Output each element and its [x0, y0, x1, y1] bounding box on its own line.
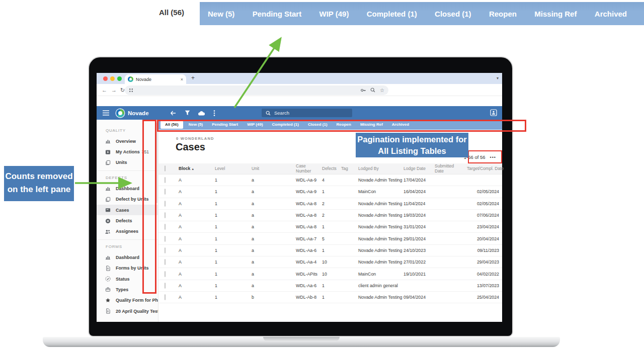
row-checkbox[interactable]	[165, 189, 166, 195]
column-header-level[interactable]: Level	[215, 166, 252, 171]
tab-strip-chevron-icon[interactable]: ▾	[497, 76, 499, 80]
table-row[interactable]: A1bWDL-Ab-81Novade Admin Testing09/04/20…	[158, 292, 502, 303]
bookmark-star-icon[interactable]: ☆	[380, 88, 384, 93]
cell-unit: a	[252, 178, 296, 183]
table-row[interactable]: A1aWDL-Aa-82Novade Admin Testing11/04/20…	[158, 198, 502, 210]
more-options-kebab-icon[interactable]	[213, 110, 215, 116]
table-row[interactable]: A1aWDL-Aa-75Novade Admin Testing29/01/20…	[158, 233, 502, 244]
row-checkbox[interactable]	[165, 271, 166, 277]
row-checkbox[interactable]	[165, 259, 166, 265]
browser-forward-icon[interactable]: →	[111, 86, 117, 94]
column-header-tag[interactable]: Tag	[341, 166, 358, 171]
zoom-icon[interactable]	[370, 88, 375, 93]
column-header-submitted-date[interactable]: Submitted Date	[435, 164, 467, 173]
cell-level: 1	[215, 201, 252, 206]
row-checkbox-cell	[164, 259, 179, 265]
row-checkbox[interactable]	[165, 236, 166, 242]
table-row[interactable]: A1aWDL-Aa-82Novade Admin Testing19/03/20…	[158, 210, 502, 221]
row-checkbox[interactable]	[165, 201, 166, 207]
password-key-icon[interactable]	[360, 88, 366, 93]
cell-target-compl-date: 13/07/2023	[467, 283, 502, 288]
filter-icon[interactable]	[185, 110, 190, 116]
novade-favicon-icon	[128, 76, 133, 82]
maximize-window-button[interactable]	[117, 76, 122, 81]
table-row[interactable]: A1aWDL-Aa-94Novade Admin Testing17/04/20…	[158, 174, 502, 186]
cell-level: 1	[215, 248, 252, 253]
select-all-checkbox-cell	[164, 166, 179, 171]
sort-ascending-icon: ▲	[191, 167, 194, 170]
column-header-unit[interactable]: Unit	[252, 166, 296, 171]
table-row[interactable]: A1aWDL-Aa-91MainCon16/04/202402/05/2024	[158, 186, 502, 198]
row-checkbox[interactable]	[165, 294, 166, 300]
cell-block: A	[179, 201, 215, 206]
row-checkbox-cell	[164, 224, 179, 229]
row-checkbox[interactable]	[165, 177, 166, 183]
banner-tab-missing-ref[interactable]: Missing Ref	[534, 10, 577, 18]
cell-block: A	[179, 248, 215, 253]
cell-block: A	[179, 236, 215, 241]
callout-counts: Counts removed on the left pane	[4, 166, 74, 201]
search-input[interactable]: Search	[262, 109, 352, 117]
sidebar-item-label: Units	[116, 160, 127, 165]
banner-tab-closed-1[interactable]: Closed (1)	[435, 10, 471, 18]
cell-lodge-date: 19/10/2021	[404, 272, 435, 277]
cell-unit: a	[252, 201, 296, 206]
cell-level: 1	[215, 272, 252, 277]
select-all-checkbox[interactable]	[165, 165, 166, 171]
close-window-button[interactable]	[103, 76, 108, 81]
table-row[interactable]: A1aWDL-Aa-61Novade Admin Testing24/10/20…	[158, 245, 502, 256]
table-row[interactable]: A1aWDL-Aa-61client admin general13/07/20…	[158, 280, 502, 292]
column-header-lodge-date[interactable]: Lodge Date	[404, 166, 435, 171]
row-checkbox[interactable]	[165, 283, 166, 289]
banner-tab-completed-1[interactable]: Completed (1)	[367, 10, 417, 18]
doc-icon	[105, 308, 111, 314]
browser-tab[interactable]: Novade ×	[125, 74, 186, 84]
address-bar[interactable]: ☆	[125, 85, 388, 95]
pages-icon	[105, 160, 111, 165]
cell-lodged-by: Novade Admin Testing	[358, 295, 404, 300]
cell-lodge-date: 31/01/2024	[404, 224, 435, 229]
app-back-icon[interactable]	[170, 110, 176, 116]
cell-defects: 1	[322, 283, 341, 288]
minimize-window-button[interactable]	[110, 76, 115, 81]
sidebar-item-quality-form-for-photo-t[interactable]: Quality Form for Photo t...	[97, 295, 158, 306]
column-header-lodged-by[interactable]: Lodged By	[358, 166, 404, 171]
cell-defects: 5	[322, 236, 341, 241]
row-checkbox[interactable]	[165, 224, 166, 230]
user-profile-icon[interactable]	[490, 109, 497, 116]
table-row[interactable]: A1aWDL-Aa-81Novade Admin Testing31/01/20…	[158, 221, 502, 233]
cell-lodged-by: MainCon	[358, 189, 404, 194]
breadcrumb: 0 WONDERLAND	[176, 136, 214, 141]
cloud-sync-icon[interactable]	[198, 111, 205, 116]
table-row[interactable]: A1aWDL-Aa-410Novade Admin Testing27/01/2…	[158, 256, 502, 268]
chart-icon	[105, 186, 111, 191]
column-header-label: Target/Compl. Date	[467, 166, 504, 171]
column-header-target-compl-date[interactable]: Target/Compl. Date	[467, 166, 507, 171]
browser-back-icon[interactable]: ←	[102, 86, 107, 94]
browser-reload-icon[interactable]: ↻	[120, 86, 125, 94]
callout-pagination: Pagination implemented for All Listing T…	[356, 133, 468, 157]
cell-target-compl-date: 04/02/2022	[467, 272, 502, 277]
banner-tab-reopen[interactable]: Reopen	[489, 10, 517, 18]
close-tab-icon[interactable]: ×	[181, 77, 183, 82]
cell-level: 1	[215, 283, 252, 288]
banner-tab-wip-49[interactable]: WIP (49)	[319, 10, 349, 18]
column-header-block[interactable]: Block▲	[179, 166, 215, 171]
sidebar-item-20-april-quality-test[interactable]: 20 April Quality Test	[97, 306, 158, 316]
site-settings-icon[interactable]	[129, 88, 133, 93]
row-checkbox[interactable]	[165, 247, 166, 253]
cell-lodged-by: Novade Admin Testing	[358, 224, 404, 229]
sidebar-item-label: Status	[116, 277, 130, 282]
laptop-base	[43, 337, 560, 347]
banner-tab-new-5[interactable]: New (5)	[208, 10, 234, 18]
column-header-case-number[interactable]: Case Number	[296, 164, 322, 173]
row-checkbox[interactable]	[165, 212, 166, 218]
menu-hamburger-icon[interactable]	[103, 110, 109, 116]
new-tab-button[interactable]: +	[191, 74, 195, 81]
banner-tab-archived[interactable]: Archived	[595, 10, 627, 18]
cell-unit: a	[252, 283, 296, 288]
laptop-notch	[263, 337, 340, 341]
column-header-defects[interactable]: Defects	[322, 166, 341, 171]
table-row[interactable]: A1aWDL-APits10MainCon19/10/202104/02/202…	[158, 268, 502, 280]
banner-tab-pending-start[interactable]: Pending Start	[253, 10, 302, 18]
